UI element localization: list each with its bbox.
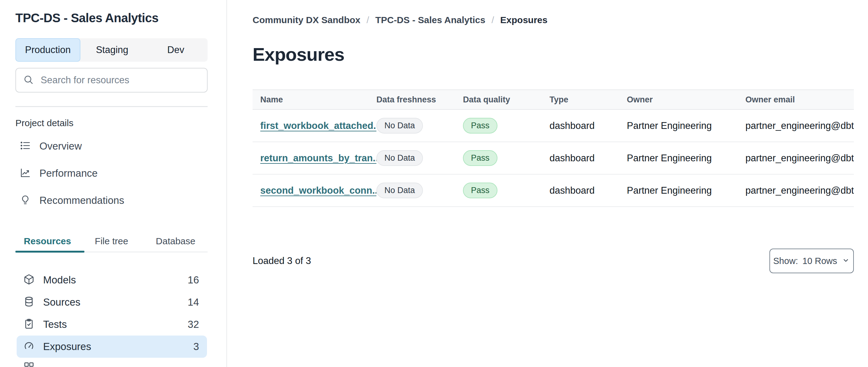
type-cell: dashboard (550, 153, 627, 164)
table-row: second_workbook_conn... No Data Pass das… (253, 174, 854, 207)
show-label: Show: (773, 256, 798, 266)
grid-icon (23, 362, 34, 367)
resource-label: Tests (43, 318, 67, 330)
sidebar-view-tabs: Resources File tree Database (16, 234, 208, 248)
quality-badge: Pass (463, 150, 497, 166)
resource-count: 14 (188, 297, 199, 308)
resource-label: Sources (43, 297, 81, 308)
freshness-badge: No Data (376, 150, 423, 166)
env-tab-production[interactable]: Production (16, 38, 81, 62)
loaded-status: Loaded 3 of 3 (253, 255, 311, 266)
quality-badge: Pass (463, 182, 497, 199)
environment-tabs: Production Staging Dev (16, 38, 208, 62)
sidebar-item-recommendations[interactable]: Recommendations (16, 187, 208, 214)
search-icon (23, 74, 34, 86)
project-nav: Overview Performance (16, 133, 208, 214)
column-header-type: Type (550, 95, 627, 105)
database-icon (23, 296, 34, 308)
breadcrumb-current: Exposures (500, 15, 547, 25)
table-row: return_amounts_by_tran... No Data Pass d… (253, 142, 854, 174)
type-cell: dashboard (550, 120, 627, 131)
resource-label: Models (43, 274, 76, 286)
table-header-row: Name Data freshness Data quality Type Ow… (253, 89, 854, 110)
owner-cell: Partner Engineering (627, 153, 745, 164)
exposure-name-link[interactable]: second_workbook_conn... (260, 185, 376, 196)
owner-email-cell: partner_engineering@dbt... (745, 185, 854, 196)
resource-label: Exposures (43, 341, 91, 352)
search-input[interactable] (40, 74, 200, 86)
line-chart-icon (20, 167, 31, 179)
freshness-badge: No Data (376, 118, 423, 134)
owner-cell: Partner Engineering (627, 185, 745, 196)
breadcrumb-project[interactable]: TPC-DS - Sales Analytics (375, 15, 485, 25)
sidebar-item-tests[interactable]: Tests 32 (17, 313, 207, 336)
lightbulb-icon (20, 194, 31, 207)
sidebar-item-performance[interactable]: Performance (16, 160, 208, 187)
owner-email-cell: partner_engineering@dbt... (745, 153, 854, 164)
gauge-icon (23, 340, 34, 353)
sidebar-item-label: Performance (39, 167, 98, 179)
env-tab-dev[interactable]: Dev (144, 38, 208, 62)
column-header-name: Name (260, 95, 376, 105)
sidebar: TPC-DS - Sales Analytics Production Stag… (0, 0, 227, 367)
breadcrumb: Community DX Sandbox / TPC-DS - Sales An… (253, 15, 547, 25)
tab-database[interactable]: Database (144, 234, 208, 248)
column-header-data-quality: Data quality (463, 95, 550, 105)
list-icon (20, 140, 31, 152)
sidebar-item-models[interactable]: Models 16 (17, 269, 207, 291)
cube-icon (23, 274, 34, 286)
sidebar-item-exposures[interactable]: Exposures 3 (17, 336, 207, 358)
owner-email-cell: partner_engineering@dbt... (745, 120, 854, 131)
resource-count: 16 (188, 274, 199, 286)
column-header-owner: Owner (627, 95, 745, 105)
sidebar-divider (16, 106, 208, 107)
breadcrumb-account[interactable]: Community DX Sandbox (253, 15, 361, 25)
owner-cell: Partner Engineering (627, 120, 745, 131)
clipboard-check-icon (23, 318, 34, 331)
tab-file-tree[interactable]: File tree (80, 234, 144, 248)
sidebar-item-overview[interactable]: Overview (16, 133, 208, 160)
project-details-label: Project details (16, 118, 73, 128)
view-tabs-underline (16, 252, 208, 252)
exposures-table: Name Data freshness Data quality Type Ow… (253, 89, 854, 207)
column-header-owner-email: Owner email (745, 95, 854, 105)
breadcrumb-separator: / (486, 15, 500, 25)
rows-per-page-value: 10 Rows (802, 256, 837, 266)
column-header-data-freshness: Data freshness (376, 95, 463, 105)
table-row: first_workbook_attached... No Data Pass … (253, 110, 854, 142)
exposure-name-link[interactable]: return_amounts_by_tran... (260, 153, 376, 164)
exposure-name-link[interactable]: first_workbook_attached... (260, 120, 376, 131)
page-title: Exposures (253, 44, 344, 65)
resource-type-list: Models 16 Sources 14 (17, 269, 207, 358)
resource-count: 3 (193, 341, 199, 352)
rows-per-page-select[interactable]: Show: 10 Rows (769, 249, 854, 273)
tab-resources[interactable]: Resources (16, 234, 80, 248)
resource-search[interactable] (16, 68, 208, 92)
sidebar-item-label: Overview (39, 140, 82, 152)
quality-badge: Pass (463, 118, 497, 134)
breadcrumb-separator: / (361, 15, 375, 25)
freshness-badge: No Data (376, 182, 423, 199)
type-cell: dashboard (550, 185, 627, 196)
active-tab-indicator (16, 251, 84, 253)
project-title: TPC-DS - Sales Analytics (16, 11, 210, 25)
main-content: Community DX Sandbox / TPC-DS - Sales An… (253, 0, 868, 367)
resource-count: 32 (188, 318, 199, 330)
sidebar-item-sources[interactable]: Sources 14 (17, 291, 207, 313)
chevron-down-icon (841, 256, 850, 266)
sidebar-item-label: Recommendations (39, 195, 124, 206)
dbt-explorer-app: TPC-DS - Sales Analytics Production Stag… (0, 0, 868, 367)
env-tab-staging[interactable]: Staging (81, 38, 144, 62)
